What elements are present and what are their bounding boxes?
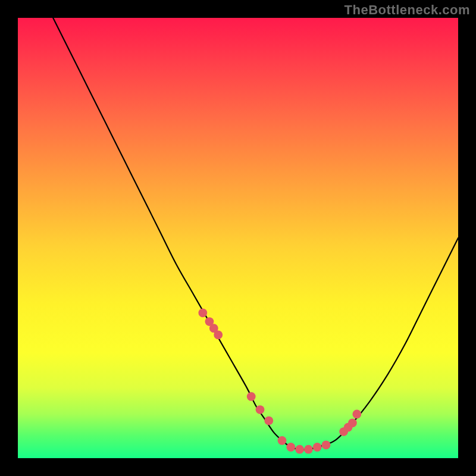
highlight-dot xyxy=(256,405,265,414)
highlight-dot xyxy=(264,416,273,425)
highlight-dot xyxy=(348,418,357,427)
chart-svg xyxy=(18,18,458,458)
highlight-dot xyxy=(198,308,207,317)
highlight-dot xyxy=(247,392,256,401)
highlight-dot xyxy=(352,410,361,419)
chart-plot-area xyxy=(18,18,458,458)
highlight-dot xyxy=(313,443,322,452)
highlight-dot xyxy=(322,440,331,449)
watermark-label: TheBottleneck.com xyxy=(345,2,470,18)
highlight-dot xyxy=(295,445,304,454)
highlight-dot xyxy=(286,443,295,452)
bottleneck-curve-line xyxy=(53,18,458,450)
highlight-dot xyxy=(278,436,287,445)
highlight-dot xyxy=(304,445,313,454)
chart-stage: TheBottleneck.com xyxy=(0,0,476,476)
highlight-dot xyxy=(214,330,223,339)
highlight-dot-group xyxy=(198,308,361,453)
